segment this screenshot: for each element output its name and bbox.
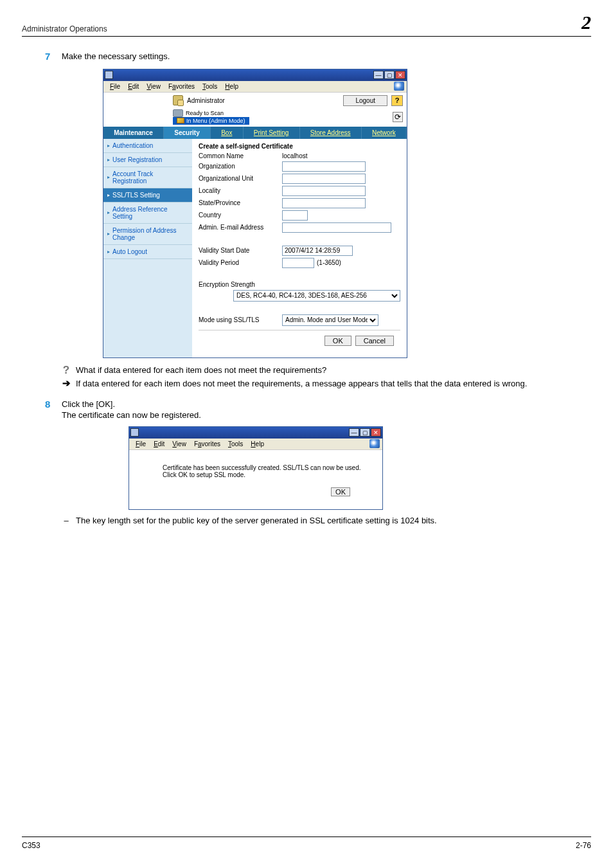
menu-file[interactable]: File	[132, 440, 150, 448]
step-7-number: 7	[45, 51, 62, 62]
label-encryption-strength: Encryption Strength	[199, 281, 282, 288]
footer-model: C353	[22, 841, 40, 850]
step-8-subtext: The certificate can now be registered.	[62, 410, 201, 421]
logout-button[interactable]: Logout	[343, 95, 387, 106]
menu-edit[interactable]: Edit	[124, 83, 143, 90]
value-common-name: localhost	[282, 152, 307, 159]
input-validity-start[interactable]	[282, 246, 353, 256]
note-key-length: The key length set for the public key of…	[76, 515, 437, 527]
screenshot-2: — ▢ ✕ File Edit View Favorites Tools Hel…	[129, 426, 383, 510]
window-titlebar: — ▢ ✕	[103, 69, 407, 81]
internet-explorer-icon	[105, 71, 113, 79]
ok-button[interactable]: OK	[331, 487, 350, 496]
cert-success-msg1: Certificate has been successfully create…	[163, 464, 369, 471]
input-country[interactable]	[282, 210, 308, 221]
menu-help[interactable]: Help	[221, 83, 242, 90]
menu-view[interactable]: View	[143, 83, 164, 90]
tab-print-setting[interactable]: Print Setting	[244, 127, 300, 139]
cancel-button[interactable]: Cancel	[355, 336, 394, 346]
footer-rule	[22, 836, 591, 837]
browser-logo-icon	[394, 82, 404, 91]
label-email: Admin. E-mail Address	[199, 224, 282, 231]
cert-success-msg2: Click OK to setup SSL mode.	[163, 471, 369, 478]
chapter-number: 2	[582, 12, 591, 33]
sidebar-item-user-registration[interactable]: User Registration	[103, 153, 192, 167]
input-validity-period[interactable]	[282, 258, 314, 268]
sidebar-item-address-reference[interactable]: Address Reference Setting	[103, 203, 192, 224]
tab-bar: Maintenance Security Box Print Setting S…	[103, 127, 407, 139]
sidebar: Authentication User Registration Account…	[103, 139, 192, 357]
question-mark-icon: ?	[62, 365, 71, 375]
menu-tools[interactable]: Tools	[199, 83, 221, 90]
label-locality: Locality	[199, 187, 282, 194]
input-organizational-unit[interactable]	[282, 174, 366, 184]
qa-question: What if data entered for each item does …	[76, 365, 326, 376]
form-title: Create a self-signed Certificate	[199, 143, 400, 150]
maximize-button[interactable]: ▢	[384, 71, 395, 79]
in-menu-label: In Menu (Admin Mode)	[186, 118, 245, 124]
label-country: Country	[199, 212, 282, 219]
label-organization: Organization	[199, 163, 282, 170]
tab-security[interactable]: Security	[164, 127, 211, 139]
label-validity-period: Validity Period	[199, 259, 282, 266]
internet-explorer-icon	[130, 428, 139, 437]
close-button[interactable]: ✕	[395, 71, 405, 79]
input-locality[interactable]	[282, 186, 366, 196]
dash-bullet-icon: –	[62, 515, 71, 527]
in-menu-chip: In Menu (Admin Mode)	[173, 117, 249, 125]
browser-logo-icon	[369, 439, 380, 448]
maximize-button[interactable]: ▢	[360, 428, 370, 437]
menu-file[interactable]: File	[106, 83, 124, 90]
input-state[interactable]	[282, 198, 366, 208]
administrator-icon	[173, 95, 183, 105]
sidebar-item-account-track[interactable]: Account Track Registration	[103, 167, 192, 188]
sidebar-item-ssl-tls[interactable]: SSL/TLS Setting	[103, 188, 192, 203]
step-7-text: Make the necessary settings.	[62, 51, 170, 62]
step-8-text: Click the [OK].	[62, 399, 201, 410]
close-button[interactable]: ✕	[371, 428, 381, 437]
label-state: State/Province	[199, 199, 282, 206]
footer-page: 2-76	[576, 841, 591, 850]
step-8-number: 8	[45, 399, 62, 421]
window2-menu: File Edit View Favorites Tools Help	[129, 439, 382, 450]
form-area: Create a self-signed Certificate Common …	[192, 139, 407, 357]
tab-network[interactable]: Network	[362, 127, 407, 139]
label-organizational-unit: Organizational Unit	[199, 175, 282, 182]
select-encryption-strength[interactable]: DES, RC4-40, RC4-128, 3DES-168, AES-256	[233, 290, 400, 302]
administrator-label: Administrator	[187, 97, 225, 104]
label-validity-start: Validity Start Date	[199, 247, 282, 254]
minimize-button[interactable]: —	[349, 428, 359, 437]
menu-edit[interactable]: Edit	[150, 440, 168, 448]
sidebar-item-authentication[interactable]: Authentication	[103, 139, 192, 153]
tab-store-address[interactable]: Store Address	[300, 127, 362, 139]
input-email[interactable]	[282, 222, 391, 233]
qa-answer: If data entered for each item does not m…	[76, 378, 527, 390]
section-title: Administrator Operations	[22, 24, 107, 33]
screenshot-1: — ▢ ✕ File Edit View Favorites Tools Hel…	[103, 69, 407, 358]
select-mode-ssl[interactable]: Admin. Mode and User Mode	[282, 314, 378, 326]
label-common-name: Common Name	[199, 152, 282, 159]
tab-maintenance[interactable]: Maintenance	[103, 127, 164, 139]
menu-favorites[interactable]: Favorites	[164, 83, 199, 90]
window2-titlebar: — ▢ ✕	[129, 427, 382, 439]
menu-tools[interactable]: Tools	[224, 440, 247, 448]
help-button[interactable]: ?	[391, 95, 403, 106]
minimize-button[interactable]: —	[373, 71, 384, 79]
arrow-right-icon: ➔	[62, 378, 71, 388]
label-mode-ssl: Mode using SSL/TLS	[199, 316, 282, 323]
hint-validity-period: (1-3650)	[317, 259, 341, 266]
sidebar-item-auto-logout[interactable]: Auto Logout	[103, 245, 192, 259]
menu-view[interactable]: View	[168, 440, 190, 448]
printer-icon	[173, 109, 183, 117]
ok-button[interactable]: OK	[324, 336, 351, 346]
sidebar-item-permission-address[interactable]: Permission of Address Change	[103, 224, 192, 245]
window-menu: File Edit View Favorites Tools Help	[103, 81, 407, 93]
input-organization[interactable]	[282, 161, 366, 172]
menu-help[interactable]: Help	[247, 440, 268, 448]
folder-icon	[177, 118, 184, 123]
tab-box[interactable]: Box	[211, 127, 244, 139]
menu-favorites[interactable]: Favorites	[190, 440, 224, 448]
refresh-button[interactable]: ⟳	[393, 112, 403, 122]
status-ready-label: Ready to Scan	[186, 110, 224, 116]
